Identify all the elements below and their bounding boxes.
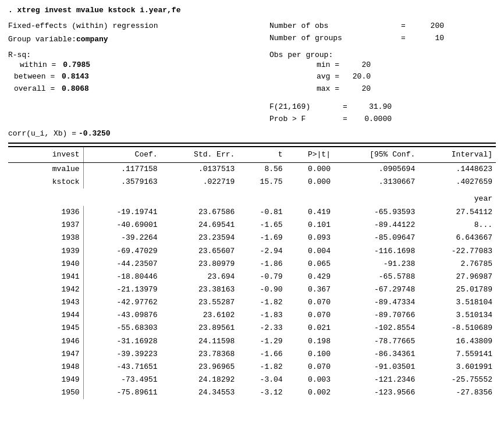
col-p: P>|t| [286,147,334,163]
row-p: 0.198 [286,335,334,348]
row-ci-hi: 3.601991 [418,361,496,374]
min-label: min = [304,59,339,72]
corr-value: -0.3250 [79,129,111,138]
row-name: 1941 [8,271,83,283]
row-se: 24.11598 [161,335,239,348]
row-se: 23.694 [161,271,239,283]
f-eq: = [339,101,351,113]
row-ci-hi: .1448623 [418,162,496,176]
row-ci-low: -89.44122 [334,219,418,232]
row-se: 24.18292 [161,374,239,386]
max-label: max = [304,83,339,95]
row-coef: .3579163 [83,176,161,189]
table-row: mvalue .1177158 .0137513 8.56 0.000 .090… [8,162,496,176]
row-name: 1946 [8,335,83,348]
max-value: 20 [342,83,371,95]
row-t: -1.82 [238,296,286,309]
row-t: -2.33 [238,322,286,335]
col-se: Std. Err. [161,147,239,163]
row-ci-hi: 27.96987 [418,271,496,283]
row-se: .022719 [161,176,239,189]
ngroups-label: Number of groups [269,33,397,45]
row-ci-hi: 16.43809 [418,335,496,348]
within-label: within = [20,61,56,69]
table-row: 1939 -69.47029 23.65607 -2.94 0.004 -116… [8,245,496,258]
table-row: 1949 -73.4951 24.18292 -3.04 0.003 -121.… [8,374,496,386]
row-ci-hi: 6.643667 [418,232,496,244]
row-ci-hi: -27.8356 [418,386,496,399]
row-ci-hi: 3.518104 [418,296,496,309]
row-coef: -42.97762 [83,296,161,309]
col-ci-hi: Interval] [418,147,496,163]
row-ci-hi: 25.01789 [418,283,496,296]
row-name: 1948 [8,361,83,374]
row-p: 0.003 [286,374,334,386]
row-t: 8.56 [238,162,286,176]
table-row: 1937 -40.69001 24.69541 -1.65 0.101 -89.… [8,219,496,232]
within-value: 0.7985 [63,61,90,69]
between-value: 0.8143 [62,72,89,81]
table-row: 1945 -55.68303 23.89561 -2.33 0.021 -102… [8,322,496,335]
row-p: 0.004 [286,245,334,258]
row-coef: -43.71651 [83,361,161,374]
row-t: -1.82 [238,361,286,374]
row-se: 24.34553 [161,386,239,399]
row-ci-hi: 27.54112 [418,206,496,219]
row-ci-hi: 3.510134 [418,309,496,322]
row-se: 23.55287 [161,296,239,309]
row-ci-low: -85.09647 [334,232,418,244]
row-p: 0.000 [286,162,334,176]
row-name: 1944 [8,309,83,322]
avg-value: 20.0 [342,71,371,83]
col-t: t [238,147,286,163]
corr-section: corr(u_i, Xb) = -0.3250 [8,129,496,138]
row-se: 23.80979 [161,258,239,271]
min-value: 20 [342,59,371,72]
row-ci-low: -102.8554 [334,322,418,335]
row-t: -0.79 [238,271,286,283]
obs-per-group-label: Obs per group: [269,51,496,59]
row-coef: .1177158 [83,162,161,176]
fixed-effects-label: Fixed-effects (within) regression [8,20,158,33]
row-name: kstock [8,176,83,189]
row-name: 1950 [8,386,83,399]
nobs-value: 200 [409,20,444,33]
row-p: 0.093 [286,232,334,244]
row-ci-low: .0905694 [334,162,418,176]
table-row: 1942 -21.13979 23.38163 -0.90 0.367 -67.… [8,283,496,296]
ngroups-eq: = [397,33,409,45]
f-stat-section: F(21,169) = 31.90 Prob > F = 0.0000 [235,101,496,126]
corr-label: corr(u_i, Xb) = [8,129,76,138]
table-row: 1936 -19.19741 23.67586 -0.81 0.419 -65.… [8,206,496,219]
row-t: -1.69 [238,232,286,244]
table-row: 1944 -43.09876 23.6102 -1.83 0.070 -89.7… [8,309,496,322]
group-var-value: company [76,34,108,46]
row-t: -1.66 [238,348,286,361]
f-value: 31.90 [351,101,392,113]
year-group-label: year [8,189,496,206]
row-ci-hi: -25.75552 [418,374,496,386]
row-t: -1.83 [238,309,286,322]
row-ci-low: -67.29748 [334,283,418,296]
meta-left: Fixed-effects (within) regression Group … [8,20,235,46]
row-p: 0.419 [286,206,334,219]
row-coef: -55.68303 [83,322,161,335]
row-ci-hi: 2.76785 [418,258,496,271]
command-line: . xtreg invest mvalue kstock i.year,fe [8,6,496,15]
row-ci-low: -86.34361 [334,348,418,361]
row-ci-low: -121.2346 [334,374,418,386]
row-coef: -75.89611 [83,386,161,399]
row-coef: -39.2264 [83,232,161,244]
row-ci-hi: -8.510689 [418,322,496,335]
col-invest: invest [8,147,83,163]
row-t: -2.94 [238,245,286,258]
row-coef: -73.4951 [83,374,161,386]
row-ci-low: -123.9566 [334,386,418,399]
table-row: 1948 -43.71651 23.96965 -1.82 0.070 -91.… [8,361,496,374]
row-se: 23.78368 [161,348,239,361]
row-ci-hi: .4027659 [418,176,496,189]
avg-label: avg = [304,71,339,83]
row-name: 1947 [8,348,83,361]
row-se: 24.69541 [161,219,239,232]
row-p: 0.000 [286,176,334,189]
